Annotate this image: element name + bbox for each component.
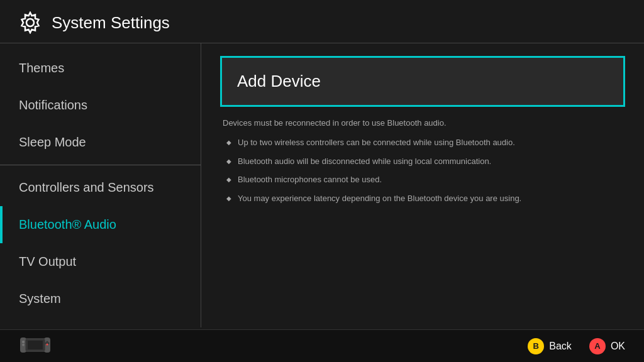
sidebar: Themes Notifications Sleep Mode Controll… — [0, 43, 201, 327]
sidebar-divider — [0, 165, 201, 165]
bullet-list: Up to two wireless controllers can be co… — [220, 136, 625, 204]
gear-icon — [19, 11, 42, 34]
ok-label: OK — [611, 341, 625, 352]
page-title: System Settings — [52, 13, 170, 33]
list-item: Up to two wireless controllers can be co… — [226, 136, 625, 149]
header: System Settings — [0, 0, 644, 43]
add-device-button[interactable]: Add Device — [220, 56, 625, 107]
svg-rect-7 — [23, 343, 24, 346]
footer-buttons: B Back A OK — [528, 338, 625, 354]
sidebar-item-notifications[interactable]: Notifications — [0, 87, 201, 124]
svg-point-5 — [22, 341, 25, 343]
svg-point-0 — [26, 19, 34, 26]
svg-rect-4 — [28, 341, 43, 349]
back-label: Back — [549, 341, 572, 352]
list-item: Bluetooth audio will be disconnected whi… — [226, 155, 625, 168]
content-area: Add Device Devices must be reconnected i… — [201, 43, 644, 327]
sidebar-item-sleep-mode[interactable]: Sleep Mode — [0, 124, 201, 161]
svg-point-10 — [45, 342, 47, 344]
sidebar-item-themes[interactable]: Themes — [0, 50, 201, 87]
ok-button[interactable]: A OK — [589, 338, 625, 354]
sidebar-item-tv-output[interactable]: TV Output — [0, 243, 201, 280]
sidebar-item-controllers-and-sensors[interactable]: Controllers and Sensors — [0, 169, 201, 206]
svg-point-11 — [48, 342, 50, 344]
back-button[interactable]: B Back — [528, 338, 572, 354]
sidebar-item-system[interactable]: System — [0, 280, 201, 317]
a-button-icon: A — [589, 338, 606, 354]
sidebar-item-bluetooth-audio[interactable]: Bluetooth® Audio — [0, 206, 201, 243]
footer: B Back A OK — [0, 329, 644, 362]
main-layout: Themes Notifications Sleep Mode Controll… — [0, 43, 644, 327]
console-icon — [19, 335, 52, 358]
notice-text: Devices must be reconnected in order to … — [220, 118, 625, 128]
b-button-icon: B — [528, 338, 544, 354]
list-item: You may experience latency depending on … — [226, 192, 625, 205]
list-item: Bluetooth microphones cannot be used. — [226, 173, 625, 186]
